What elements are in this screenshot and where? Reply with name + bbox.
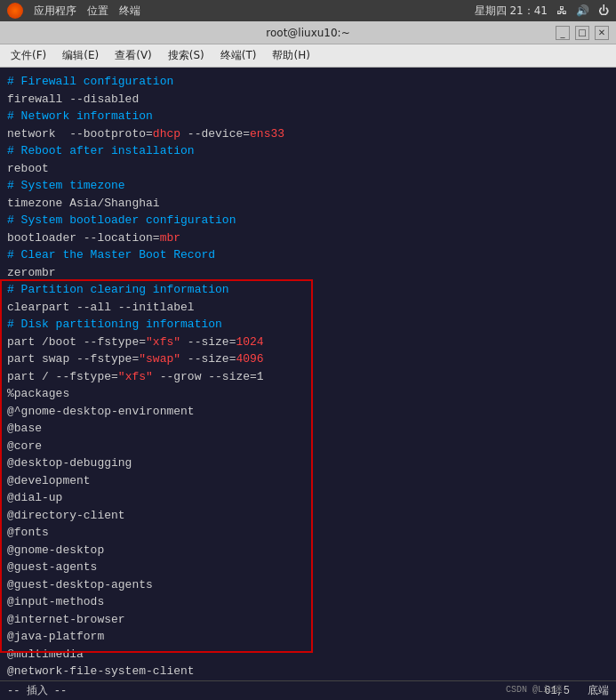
datetime: 星期四 21：41 bbox=[475, 4, 548, 19]
line-6: reboot bbox=[7, 160, 609, 178]
line-10: bootloader --location=mbr bbox=[7, 229, 609, 247]
line-27: @fonts bbox=[7, 524, 609, 542]
line-9: # System bootloader configuration bbox=[7, 212, 609, 229]
close-button[interactable]: ✕ bbox=[595, 26, 609, 40]
line-25: @dial-up bbox=[7, 489, 609, 507]
menu-help[interactable]: 帮助(H) bbox=[265, 46, 316, 65]
menu-search[interactable]: 搜索(S) bbox=[161, 46, 212, 65]
line-33: @java-platform bbox=[7, 628, 609, 646]
line-21: @base bbox=[7, 420, 609, 438]
title-bar: root@liuxu10:~ _ □ ✕ bbox=[0, 21, 616, 44]
power-icon: ⏻ bbox=[598, 4, 609, 17]
watermark: CSDN @Liu迷 bbox=[506, 683, 563, 696]
app-icon bbox=[7, 3, 23, 19]
line-11: # Clear the Master Boot Record bbox=[7, 246, 609, 264]
apps-menu[interactable]: 应用程序 bbox=[34, 4, 76, 19]
line-30: @guest-desktop-agents bbox=[7, 576, 609, 594]
line-14: clearpart --all --initlabel bbox=[7, 299, 609, 317]
system-bar: 应用程序 位置 终端 星期四 21：41 🖧 🔊 ⏻ bbox=[0, 0, 616, 21]
terminal-menu[interactable]: 终端 bbox=[119, 4, 140, 19]
line-12: zerombr bbox=[7, 264, 609, 282]
menu-file[interactable]: 文件(F) bbox=[4, 46, 53, 65]
line-4: network --bootproto=dhcp --device=ens33 bbox=[7, 125, 609, 143]
menu-bar: 文件(F) 编辑(E) 查看(V) 搜索(S) 终端(T) 帮助(H) bbox=[0, 44, 616, 68]
line-3: # Network information bbox=[7, 108, 609, 125]
line-19: %packages bbox=[7, 385, 609, 403]
minimize-button[interactable]: _ bbox=[556, 26, 570, 40]
window-title: root@liuxu10:~ bbox=[266, 27, 349, 39]
menu-edit[interactable]: 编辑(E) bbox=[55, 46, 106, 65]
system-bar-right: 星期四 21：41 🖧 🔊 ⏻ bbox=[475, 4, 609, 19]
menu-terminal[interactable]: 终端(T) bbox=[213, 46, 264, 65]
line-23: @desktop-debugging bbox=[7, 455, 609, 472]
line-20: @^gnome-desktop-environment bbox=[7, 403, 609, 421]
line-1: # Firewall configuration bbox=[7, 73, 609, 91]
scroll-position: 底端 bbox=[588, 683, 609, 699]
volume-icon: 🔊 bbox=[576, 4, 589, 17]
line-5: # Reboot after installation bbox=[7, 142, 609, 160]
line-8: timezone Asia/Shanghai bbox=[7, 195, 609, 213]
maximize-button[interactable]: □ bbox=[575, 26, 589, 40]
line-7: # System timezone bbox=[7, 177, 609, 195]
network-icon: 🖧 bbox=[556, 4, 567, 17]
line-29: @guest-agents bbox=[7, 559, 609, 576]
line-32: @internet-browser bbox=[7, 611, 609, 629]
system-bar-left: 应用程序 位置 终端 bbox=[7, 3, 140, 19]
line-17: part swap --fstype="swap" --size=4096 bbox=[7, 350, 609, 368]
line-31: @input-methods bbox=[7, 593, 609, 611]
line-28: @gnome-desktop bbox=[7, 542, 609, 559]
window-controls[interactable]: _ □ ✕ bbox=[556, 26, 609, 40]
line-22: @core bbox=[7, 438, 609, 455]
terminal[interactable]: # Firewall configuration firewall --disa… bbox=[0, 68, 616, 700]
line-15: # Disk partitioning information bbox=[7, 316, 609, 334]
menu-view[interactable]: 查看(V) bbox=[108, 46, 159, 65]
line-35: @network-file-system-client bbox=[7, 663, 609, 680]
line-24: @development bbox=[7, 472, 609, 490]
line-34: @multimedia bbox=[7, 646, 609, 664]
line-26: @directory-client bbox=[7, 507, 609, 525]
insert-mode-indicator: -- 插入 -- bbox=[7, 683, 67, 699]
line-16: part /boot --fstype="xfs" --size=1024 bbox=[7, 334, 609, 351]
line-13: # Partition clearing information bbox=[7, 281, 609, 299]
line-2: firewall --disabled bbox=[7, 91, 609, 109]
position-menu[interactable]: 位置 bbox=[87, 4, 108, 19]
line-18: part / --fstype="xfs" --grow --size=1 bbox=[7, 368, 609, 386]
